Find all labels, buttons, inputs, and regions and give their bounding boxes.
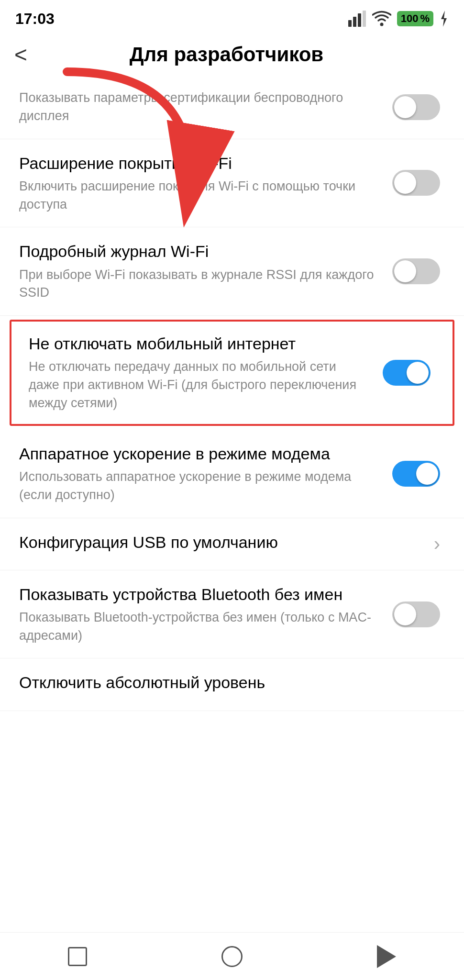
status-bar: 17:03 100 % [0,0,464,33]
toggle-bluetooth[interactable] [392,601,440,627]
setting-usb-config[interactable]: Конфигурация USB по умолчанию › [0,518,464,570]
nav-home-button[interactable] [213,937,251,976]
battery-percent: % [420,12,430,25]
svg-point-4 [380,23,383,26]
toggle-hw-accel[interactable] [392,461,440,487]
battery-level: 100 [401,12,419,25]
setting-absolute-level[interactable]: Отключить абсолютный уровень [0,658,464,711]
setting-text: Показывать параметры сертификации беспро… [19,89,392,125]
setting-mobile-data[interactable]: Не отключать мобильный интернет Не отклю… [10,320,454,426]
toggle-mobile-data[interactable] [383,360,431,386]
setting-desc: Показывать Bluetooth-устройства без имен… [19,609,378,645]
charging-icon [439,11,449,27]
wifi-icon [372,11,391,27]
setting-title: Отключить абсолютный уровень [19,672,426,693]
setting-desc: Показывать параметры сертификации беспро… [19,89,378,125]
back-button[interactable]: < [14,44,37,66]
triangle-icon [377,945,396,968]
setting-desc: Включить расширение покрытия Wi-Fi с пом… [19,178,378,214]
setting-desc: При выборе Wi-Fi показывать в журнале RS… [19,266,378,302]
setting-title: Подробный журнал Wi-Fi [19,241,378,262]
chevron-icon: › [434,533,440,555]
setting-desc: Использовать аппаратное ускорение в режи… [19,468,378,504]
svg-rect-2 [358,13,361,27]
setting-text: Аппаратное ускорение в режиме модема Исп… [19,443,392,504]
svg-marker-5 [441,11,447,27]
setting-text: Отключить абсолютный уровень [19,672,440,697]
setting-text: Расширение покрытия Wi-Fi Включить расши… [19,153,392,214]
nav-back-button[interactable] [367,937,406,976]
toggle-wireless-display[interactable] [392,94,440,120]
page-header: < Для разработчиков [0,33,464,76]
battery-icon: 100 % [397,11,433,26]
setting-desc: Не отключать передачу данных по мобильно… [29,358,368,412]
nav-bar [0,932,464,980]
svg-rect-3 [363,11,366,27]
setting-title: Аппаратное ускорение в режиме модема [19,443,378,464]
setting-text: Конфигурация USB по умолчанию [19,532,434,557]
status-time: 17:03 [15,10,55,28]
setting-wifi-log[interactable]: Подробный журнал Wi-Fi При выборе Wi-Fi … [0,227,464,316]
signal-icon [348,11,366,27]
settings-list: Показывать параметры сертификации беспро… [0,76,464,759]
svg-rect-1 [353,17,356,27]
svg-rect-0 [348,20,352,27]
setting-title: Расширение покрытия Wi-Fi [19,153,378,174]
setting-text: Показывать устройства Bluetooth без имен… [19,584,392,645]
circle-icon [221,946,243,967]
toggle-wifi-log[interactable] [392,258,440,284]
setting-title: Конфигурация USB по умолчанию [19,532,420,553]
setting-title: Не отключать мобильный интернет [29,333,368,354]
setting-hw-accel[interactable]: Аппаратное ускорение в режиме модема Исп… [0,430,464,518]
setting-title: Показывать устройства Bluetooth без имен [19,584,378,605]
setting-wifi-coverage[interactable]: Расширение покрытия Wi-Fi Включить расши… [0,139,464,228]
setting-bluetooth[interactable]: Показывать устройства Bluetooth без имен… [0,570,464,659]
status-icons: 100 % [348,11,449,27]
square-icon [68,947,87,966]
page-title: Для разработчиков [37,43,445,66]
setting-wireless-display[interactable]: Показывать параметры сертификации беспро… [0,76,464,139]
toggle-wifi-coverage[interactable] [392,170,440,196]
setting-text: Подробный журнал Wi-Fi При выборе Wi-Fi … [19,241,392,302]
nav-square-button[interactable] [58,937,97,976]
setting-text: Не отключать мобильный интернет Не отклю… [29,333,383,412]
